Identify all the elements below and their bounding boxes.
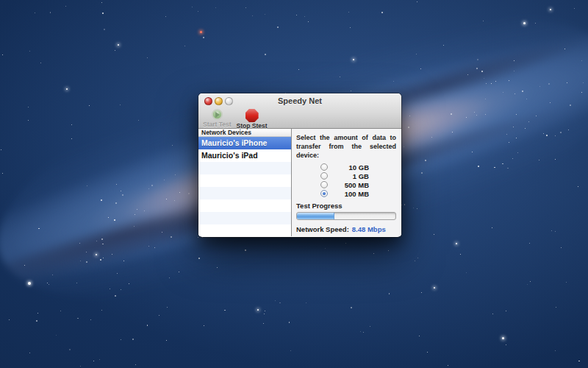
radio-option-100mb[interactable]: 100 MB	[320, 189, 396, 198]
test-progress-label: Test Progress	[296, 202, 396, 210]
radio-option-10gb[interactable]: 10 GB	[320, 163, 396, 171]
device-row-ipad[interactable]: Mauricio's iPad	[198, 149, 291, 162]
data-size-radio-group: 10 GB 1 GB 500 MB 100 MB	[320, 163, 396, 198]
window-title: Speedy Net	[198, 96, 401, 105]
device-row-iphone[interactable]: Mauricio's iPhone	[198, 137, 291, 149]
radio-circle-icon[interactable]	[320, 163, 328, 171]
radio-circle-icon[interactable]	[320, 181, 328, 188]
stop-test-button[interactable]: Stop Stest	[237, 109, 268, 130]
titlebar[interactable]: Speedy Net	[198, 93, 401, 109]
app-window: Speedy Net Start Test Stop Stest Network…	[198, 93, 401, 237]
stop-icon	[245, 109, 259, 122]
latency-time-line: Latency: 47.63 ms Time: 00:37	[296, 234, 396, 236]
empty-row	[198, 187, 291, 199]
device-list-header: Network Devices	[198, 129, 291, 137]
start-test-button[interactable]: Start Test	[203, 109, 232, 128]
instruction-line-2: transfer from the selected device:	[296, 142, 396, 160]
device-list: Network Devices Mauricio's iPhone Mauric…	[198, 129, 292, 236]
network-speed-value: 8.48 Mbps	[352, 224, 386, 234]
window-header[interactable]: Speedy Net Start Test Stop Stest	[198, 93, 401, 129]
time-group: Time: 00:37	[356, 234, 396, 236]
empty-row	[198, 224, 291, 236]
radio-label: 10 GB	[332, 163, 369, 171]
stop-test-label: Stop Stest	[237, 122, 268, 130]
network-speed-label: Network Speed:	[296, 224, 349, 234]
empty-row	[198, 212, 291, 224]
radio-option-500mb[interactable]: 500 MB	[320, 180, 396, 189]
radio-label: 1 GB	[332, 172, 369, 180]
progress-bar	[296, 212, 396, 220]
play-icon	[212, 109, 223, 120]
empty-row	[198, 199, 291, 212]
progress-fill	[297, 213, 334, 219]
network-speed-line: Network Speed: 8.48 Mbps	[296, 224, 396, 234]
toolbar: Start Test Stop Stest	[198, 109, 401, 129]
empty-row	[198, 162, 291, 174]
radio-option-1gb[interactable]: 1 GB	[320, 171, 396, 180]
empty-row	[198, 174, 291, 187]
latency-group: Latency: 47.63 ms	[296, 234, 356, 236]
transfer-panel: Select the amount of data to transfer fr…	[292, 129, 401, 236]
instruction-line-1: Select the amount of data to	[296, 133, 396, 142]
start-test-label: Start Test	[203, 121, 232, 128]
instruction-text: Select the amount of data to transfer fr…	[296, 133, 396, 160]
radio-circle-icon[interactable]	[320, 190, 328, 197]
radio-circle-icon[interactable]	[320, 172, 328, 180]
radio-label: 100 MB	[332, 190, 369, 198]
time-label: Time:	[356, 235, 375, 236]
radio-label: 500 MB	[332, 181, 369, 189]
stats: Network Speed: 8.48 Mbps Latency: 47.63 …	[296, 224, 396, 236]
latency-label: Latency:	[296, 235, 325, 236]
window-content: Network Devices Mauricio's iPhone Mauric…	[198, 129, 401, 236]
